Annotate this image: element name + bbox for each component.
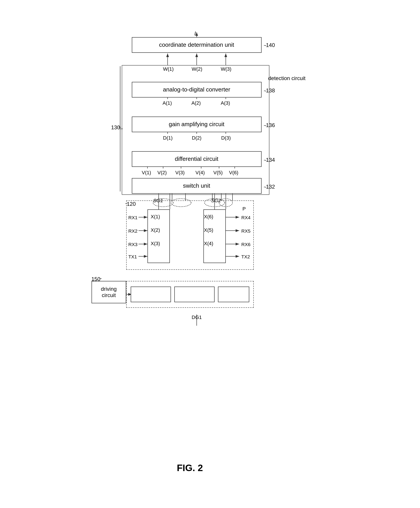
x1-label: X(1)	[151, 214, 160, 220]
rx2-label: RX2	[128, 228, 138, 234]
page: I coordinate determination unit 140 ~ W(…	[0, 0, 420, 508]
dg1-inner3	[218, 287, 249, 302]
rx4-label: RX4	[241, 215, 251, 220]
signal-w1: W(1)	[163, 66, 174, 72]
gain-label: gain amplifying circuit	[169, 121, 225, 128]
ref-130-tilde: ~	[118, 124, 121, 130]
x2-label: X(2)	[151, 227, 160, 233]
ref-136: 136	[266, 122, 275, 128]
rx6-label: RX6	[241, 242, 251, 247]
ref-140: 140	[266, 42, 275, 48]
ref-132-tilde: ~	[264, 184, 267, 190]
switch-label: switch unit	[183, 182, 210, 189]
ref-136-tilde: ~	[264, 123, 267, 129]
signal-d3: D(3)	[221, 135, 231, 141]
x3-label: X(3)	[151, 241, 160, 247]
signal-v1: V(1)	[142, 170, 151, 176]
signal-d2: D(2)	[192, 135, 202, 141]
ref-134-tilde: ~	[264, 157, 267, 163]
box-coordinate-determination: coordinate determination unit	[132, 37, 262, 53]
signal-w3: W(3)	[221, 66, 232, 72]
signal-v3: V(3)	[175, 170, 185, 176]
signal-a1: A(1)	[163, 100, 172, 106]
signal-v4: V(4)	[195, 170, 205, 176]
driving-label: driving circuit	[101, 286, 117, 298]
signal-v6: V(6)	[229, 170, 239, 176]
ref-138: 138	[266, 88, 275, 94]
detection-circuit-label: detection circuit	[268, 75, 306, 81]
rx5-label: RX5	[241, 228, 251, 234]
dg1-inner1	[131, 287, 171, 302]
rx3-label: RX3	[128, 242, 138, 247]
x6-label: X(6)	[204, 214, 213, 220]
signal-w2: W(2)	[192, 66, 202, 72]
p-label: P	[243, 206, 246, 212]
ref-134: 134	[266, 157, 275, 163]
ref-120-dash: -·	[125, 201, 128, 206]
ref-120: 120	[127, 201, 136, 207]
dg1-label: DG1	[192, 315, 202, 320]
x5-label: X(5)	[204, 227, 213, 233]
signal-a2: A(2)	[192, 100, 201, 106]
tx1-label: TX1	[128, 254, 137, 259]
diagram: I coordinate determination unit 140 ~ W(…	[87, 30, 333, 478]
ref-132: 132	[266, 184, 275, 190]
diff-label: differential circuit	[175, 155, 218, 162]
signal-v5: V(5)	[213, 170, 223, 176]
box-driving-circuit: driving circuit	[91, 281, 126, 303]
box-switch-unit: switch unit	[132, 178, 262, 194]
sensor-group-box	[126, 200, 254, 270]
signal-d1: D(1)	[163, 135, 173, 141]
coord-label: coordinate determination unit	[159, 41, 234, 48]
box-gain-amplifying: gain amplifying circuit	[132, 117, 262, 132]
signal-v2: V(2)	[158, 170, 167, 176]
fig-label: FIG. 2	[177, 463, 203, 473]
dg1-inner2	[174, 287, 215, 302]
box-differential: differential circuit	[132, 151, 262, 167]
ref-150-tilde: ~	[99, 276, 102, 281]
adc-label: analog-to-digital converter	[163, 86, 230, 93]
signal-a3: A(3)	[221, 100, 230, 106]
signal-i: I	[195, 30, 196, 37]
ref-140-tilde: ~	[264, 43, 267, 49]
x4-label: X(4)	[204, 241, 213, 247]
rx1-label: RX1	[128, 215, 138, 220]
ref-138-tilde: ~	[264, 88, 267, 94]
box-adc: analog-to-digital converter	[132, 82, 262, 97]
tx2-label: TX2	[241, 254, 250, 259]
